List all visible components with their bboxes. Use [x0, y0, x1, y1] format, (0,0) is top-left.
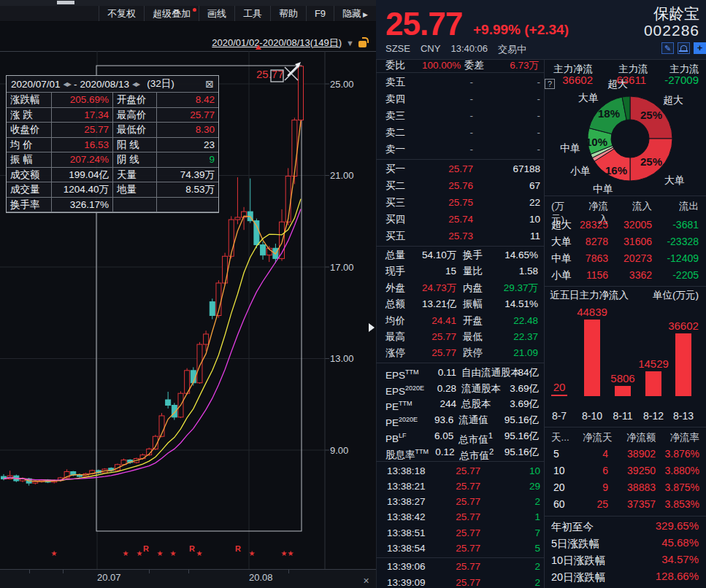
time-axis-bar: 20.07 20.08 ✕ [0, 569, 376, 588]
alert-bell-icon[interactable] [678, 42, 690, 54]
ask-row-1[interactable]: 卖一-- [376, 141, 544, 158]
date-step-arrows[interactable]: ◀▶ [132, 81, 139, 88]
svg-text:★: ★ [288, 549, 294, 557]
menu-item-hide[interactable]: 隐藏▶ [334, 6, 376, 21]
stats-row: 涨 跌17.34最高价25.77 [7, 108, 218, 123]
bid-row-2[interactable]: 买二25.7667 [376, 177, 544, 194]
bid-row-4[interactable]: 买四25.7410 [376, 211, 544, 228]
close-icon[interactable]: ⊠ [205, 78, 214, 90]
stats-row: 均 价16.53阳 线23 [7, 138, 218, 153]
divider [544, 427, 706, 428]
bid-row-3[interactable]: 买三25.7522 [376, 194, 544, 211]
stock-code: 002286 [569, 22, 699, 39]
period-netdays: 4 [579, 448, 608, 460]
help-icon[interactable]: ? [545, 79, 555, 89]
bar-category: 8-11 [607, 410, 639, 422]
flow-out: -2205 [651, 269, 699, 281]
tick-row: 13:38:2725.772 [376, 494, 544, 509]
svg-text:★: ★ [196, 549, 203, 557]
donut-pct: 16% [605, 164, 627, 177]
menu-item-draw-line[interactable]: 画线 [199, 6, 234, 21]
date-step-arrows[interactable]: ◀▶ [64, 81, 71, 88]
donut-label: 小单 [570, 165, 591, 178]
main-net-flow-value: 36602 [549, 74, 593, 86]
panel-expander-arrow[interactable] [369, 323, 375, 332]
menu-item-f9[interactable]: F9 [306, 6, 334, 21]
unlock-icon[interactable] [358, 41, 367, 47]
perf-label: 20日涨跌幅 [551, 570, 605, 584]
perf-value: 45.68% [661, 536, 699, 549]
stat-row: 现手15量比1.58 [376, 263, 544, 279]
window-top-strip [0, 0, 376, 6]
svg-text:9.00: 9.00 [330, 445, 348, 456]
perf-label: 年初至今 [551, 520, 594, 534]
axis-tick [149, 570, 150, 573]
ask-row-2[interactable]: 卖二-- [376, 124, 544, 141]
period-netdays: 9 [579, 481, 608, 493]
menu-item-super-overlay[interactable]: 超级叠加 [144, 6, 199, 21]
flow-out: -23328 [651, 236, 699, 247]
fundamental-row: PETTM244总股本3.69亿 [376, 396, 544, 412]
flow-out: -3681 [651, 219, 699, 231]
flow-net: 8278 [564, 236, 608, 247]
flow-in: 31606 [608, 236, 652, 247]
price-change: +9.99% (+2.34) [473, 22, 569, 38]
date-range-link[interactable]: 2020/01/02-2020/08/13(149日) [212, 36, 342, 50]
divider [376, 461, 544, 462]
stat-row: 总量54.10万换手14.65% [376, 247, 544, 263]
donut-pct: 10% [586, 136, 607, 148]
main-outflow-value: -27009 [655, 74, 699, 86]
menu-item-adjust-mode[interactable]: 不复权 [99, 6, 144, 21]
fundamental-row: EPS2020E0.28流通股本3.69亿 [376, 381, 544, 397]
bid-row-1[interactable]: 买一25.7767188 [376, 160, 544, 177]
svg-text:★: ★ [157, 549, 164, 557]
date-range-bar: 2020/01/02-2020/08/13(149日) ▼ [0, 35, 376, 50]
chevron-down-icon[interactable]: ▼ [346, 39, 354, 47]
trading-status: 交易中 [498, 43, 526, 56]
axis-tick [288, 570, 289, 573]
close-icon[interactable]: ✕ [363, 576, 369, 586]
bar-value: 5806 [597, 372, 648, 384]
add-watchlist-icon[interactable]: + [694, 42, 706, 54]
edit-icon[interactable]: ✎ [661, 42, 674, 54]
stat-row: 均价24.41开盘22.48 [376, 313, 544, 329]
divider [376, 72, 544, 73]
svg-text:★: ★ [249, 549, 256, 557]
stats-row: 成交量1204.40万地量8.53万 [7, 182, 218, 198]
menu-item-tools[interactable]: 工具 [234, 6, 270, 21]
bell-glyph [680, 45, 687, 50]
flow-bar [615, 386, 631, 396]
divider [544, 286, 706, 287]
divider [376, 159, 544, 160]
ask-row-3[interactable]: 卖三-- [376, 107, 544, 124]
bar-value: 36602 [658, 320, 706, 332]
stat-row: 外盘24.73万内盘29.37万 [376, 280, 544, 296]
period-days: 60 [553, 498, 565, 510]
svg-text:R: R [189, 544, 195, 553]
flow-in: 3362 [608, 269, 652, 281]
splitter-handle[interactable] [57, 1, 74, 4]
period-col-netrate: 净流率 [669, 431, 699, 444]
period-netrate: 3.875% [656, 481, 699, 493]
selection-end-date: 2020/08/13 [80, 79, 129, 90]
x-axis-tick-jul: 20.07 [97, 572, 121, 583]
menu-item-help[interactable]: 帮助 [270, 6, 306, 21]
tick-row: 13:38:5125.777 [376, 525, 544, 541]
bid-row-5[interactable]: 买五25.7311 [376, 228, 544, 244]
flow-col-out: 流出 [669, 200, 699, 213]
quote-time: 13:40:06 [450, 43, 488, 56]
signal-flag-icon [256, 45, 261, 50]
stock-name: 保龄宝 [569, 4, 699, 24]
divider [544, 59, 545, 588]
ask-row-5[interactable]: 卖五-- [376, 74, 544, 90]
flow-net: 7863 [564, 252, 608, 264]
tick-row: 13:39:0925.772 [376, 575, 544, 588]
svg-text:★: ★ [51, 549, 58, 557]
period-netrate: 3.880% [656, 465, 699, 476]
ask-row-4[interactable]: 卖四-- [376, 90, 544, 107]
donut-label: 超大 [607, 78, 628, 91]
stats-row: 涨跌幅205.69%开盘价8.42 [7, 93, 218, 108]
flow-in: 32005 [608, 219, 652, 231]
stat-row: 涨停25.77跌停21.09 [376, 345, 544, 361]
svg-text:★: ★ [123, 549, 129, 557]
